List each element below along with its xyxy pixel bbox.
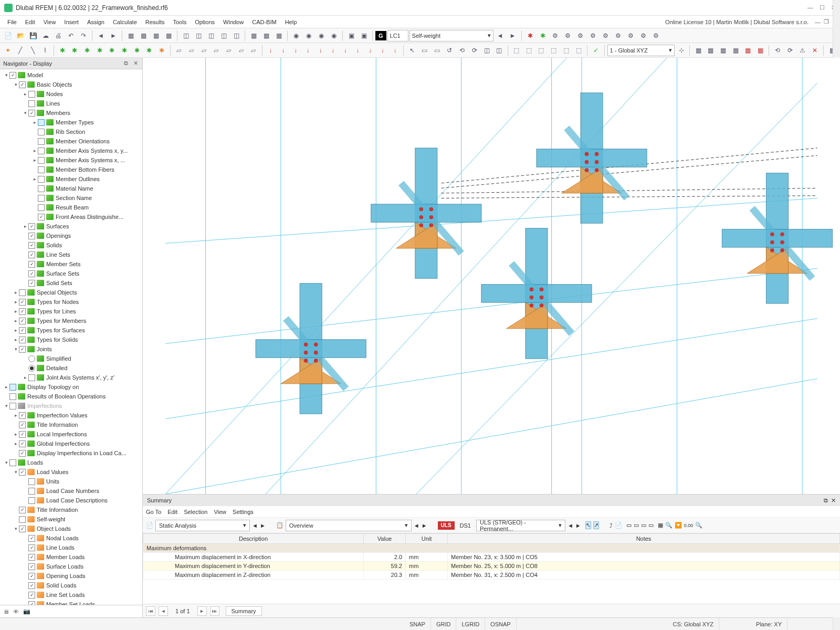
arrow-left-icon[interactable]: ◄ bbox=[95, 30, 107, 41]
tree-toggle-icon[interactable]: ▸ bbox=[22, 91, 28, 97]
load-b-icon[interactable]: ↓ bbox=[277, 45, 289, 56]
tree-checkbox[interactable] bbox=[38, 204, 45, 211]
panel2-icon[interactable]: ▦ bbox=[138, 30, 149, 41]
surf-a-icon[interactable]: ▱ bbox=[173, 45, 185, 56]
sumtool-e-icon[interactable]: ▭ bbox=[626, 522, 632, 529]
sumtool-b-icon[interactable]: ↗ bbox=[593, 521, 599, 529]
tree-checkbox[interactable] bbox=[38, 176, 45, 183]
misc-c-icon[interactable]: ⚠ bbox=[797, 45, 808, 56]
cs-icon[interactable]: ⊹ bbox=[676, 45, 687, 56]
tree-checkbox[interactable] bbox=[28, 478, 35, 485]
menu-insert[interactable]: Insert bbox=[60, 18, 83, 26]
draw-d-icon[interactable]: ⌇ bbox=[39, 45, 51, 56]
overview-next-icon[interactable]: ► bbox=[422, 522, 427, 529]
tool-e-icon[interactable]: ⚙ bbox=[575, 30, 586, 41]
analysis-prev-icon[interactable]: ◄ bbox=[252, 522, 258, 529]
tree-checkbox[interactable] bbox=[38, 129, 45, 135]
tree-item[interactable]: Member Sets bbox=[0, 259, 142, 269]
status-lgrid[interactable]: LGRID bbox=[456, 618, 485, 630]
tree-toggle-icon[interactable]: ▾ bbox=[3, 72, 9, 78]
tree-checkbox[interactable] bbox=[28, 270, 35, 277]
sumtool-m-icon[interactable]: 🔍 bbox=[695, 522, 702, 529]
tool-g-icon[interactable]: ⚙ bbox=[600, 30, 612, 41]
tree-checkbox[interactable] bbox=[28, 110, 35, 117]
node-a-icon[interactable]: ✱ bbox=[57, 45, 68, 56]
surf-f-icon[interactable]: ▱ bbox=[235, 45, 247, 56]
tree-checkbox[interactable] bbox=[19, 81, 26, 88]
render2-icon[interactable]: ▣ bbox=[358, 30, 370, 41]
summary-menu-selection[interactable]: Selection bbox=[184, 509, 207, 515]
page-first-icon[interactable]: ⏮ bbox=[146, 606, 155, 616]
page-last-icon[interactable]: ⏭ bbox=[210, 606, 219, 616]
tree-item[interactable]: ▸Imperfection Values bbox=[0, 411, 142, 420]
tree-item[interactable]: Units bbox=[0, 477, 142, 486]
tree-item[interactable]: ▸Nodes bbox=[0, 89, 142, 99]
tree-item[interactable]: ▸Types for Nodes bbox=[0, 297, 142, 307]
tree-item[interactable]: Title Information bbox=[0, 505, 142, 514]
tree-item[interactable]: Line Sets bbox=[0, 250, 142, 259]
nav-tab2-icon[interactable]: 👁 bbox=[13, 608, 19, 615]
tree-toggle-icon[interactable]: ▸ bbox=[13, 299, 19, 304]
tree-toggle-icon[interactable]: ▸ bbox=[13, 337, 19, 342]
tree-item[interactable]: Solids bbox=[0, 240, 142, 250]
tree-toggle-icon[interactable]: ▸ bbox=[13, 441, 19, 446]
summary-menu-edit[interactable]: Edit bbox=[167, 509, 177, 515]
tree-item[interactable]: Member Bottom Fibers bbox=[0, 165, 142, 174]
mod-e-icon[interactable]: ⬚ bbox=[560, 45, 572, 56]
tree-checkbox[interactable] bbox=[28, 233, 35, 239]
sumtool-i-icon[interactable]: ▦ bbox=[658, 522, 663, 529]
surf-d-icon[interactable]: ▱ bbox=[211, 45, 222, 56]
tree-item[interactable]: ▸Display Topology on bbox=[0, 382, 142, 392]
tree-item[interactable]: Surface Loads bbox=[0, 562, 142, 571]
tree-checkbox[interactable] bbox=[38, 119, 45, 126]
tree-checkbox[interactable] bbox=[28, 280, 35, 287]
tree-toggle-icon[interactable]: ▸ bbox=[13, 309, 19, 314]
tree-radio[interactable] bbox=[28, 365, 35, 372]
tree-item[interactable]: ▾Object Loads bbox=[0, 524, 142, 533]
tree-item[interactable]: ▸Surfaces bbox=[0, 222, 142, 231]
tool-f-icon[interactable]: ⚙ bbox=[587, 30, 599, 41]
grid3-icon[interactable]: ▦ bbox=[273, 30, 285, 41]
tree-checkbox[interactable] bbox=[28, 582, 35, 589]
tree-checkbox[interactable] bbox=[9, 393, 16, 400]
render1-icon[interactable]: ▣ bbox=[345, 30, 357, 41]
misc-a-icon[interactable]: ⟲ bbox=[772, 45, 783, 56]
tree-checkbox[interactable] bbox=[19, 431, 26, 438]
tree-item[interactable]: ▸Special Objects bbox=[0, 288, 142, 297]
panel1-icon[interactable]: ▦ bbox=[125, 30, 136, 41]
grid-f-icon[interactable]: ▦ bbox=[755, 45, 766, 56]
tree-item[interactable]: ▸Local Imperfections bbox=[0, 429, 142, 439]
analysis-next-icon[interactable]: ► bbox=[260, 522, 266, 529]
lc-prev-icon[interactable]: ◄ bbox=[495, 30, 506, 41]
sumtool-f-icon[interactable]: ▭ bbox=[634, 522, 639, 529]
status-snap[interactable]: SNAP bbox=[404, 618, 431, 630]
summary-close-icon[interactable]: ✕ bbox=[831, 497, 836, 504]
load-j-icon[interactable]: ↓ bbox=[377, 45, 388, 56]
tool-a-icon[interactable]: ✱ bbox=[524, 30, 536, 41]
tree-toggle-icon[interactable]: ▾ bbox=[13, 346, 19, 352]
grid-b-icon[interactable]: ▦ bbox=[705, 45, 717, 56]
menu-cad-bim[interactable]: CAD-BIM bbox=[248, 18, 280, 26]
tree-checkbox[interactable] bbox=[19, 412, 26, 419]
tree-item[interactable]: ▸Member Axis Systems x, y... bbox=[0, 146, 142, 155]
tree-item[interactable]: Detailed bbox=[0, 363, 142, 373]
viewport-3d[interactable] bbox=[143, 58, 840, 494]
tree-checkbox[interactable] bbox=[28, 497, 35, 504]
tree-item[interactable]: ▸Joint Axis Systems x', y', z' bbox=[0, 373, 142, 382]
tree-checkbox[interactable] bbox=[19, 337, 26, 343]
tool-b-icon[interactable]: ✱ bbox=[537, 30, 549, 41]
tree-item[interactable]: Member Orientations bbox=[0, 136, 142, 146]
mod-b-icon[interactable]: ⬚ bbox=[523, 45, 534, 56]
save-icon[interactable]: 💾 bbox=[27, 30, 39, 41]
misc-d-icon[interactable]: ✕ bbox=[810, 45, 821, 56]
grid1-icon[interactable]: ▦ bbox=[248, 30, 259, 41]
tree-item[interactable]: Solid Sets bbox=[0, 278, 142, 288]
node-h-icon[interactable]: ✱ bbox=[144, 45, 155, 56]
tree-checkbox[interactable] bbox=[19, 526, 26, 532]
tree-checkbox[interactable] bbox=[38, 214, 45, 220]
tree-item[interactable]: ▾Imperfections bbox=[0, 401, 142, 411]
tree-checkbox[interactable] bbox=[19, 422, 26, 428]
mod-c-icon[interactable]: ⬚ bbox=[536, 45, 547, 56]
load-g-icon[interactable]: ↓ bbox=[340, 45, 351, 56]
undo-icon[interactable]: ↶ bbox=[65, 30, 77, 41]
